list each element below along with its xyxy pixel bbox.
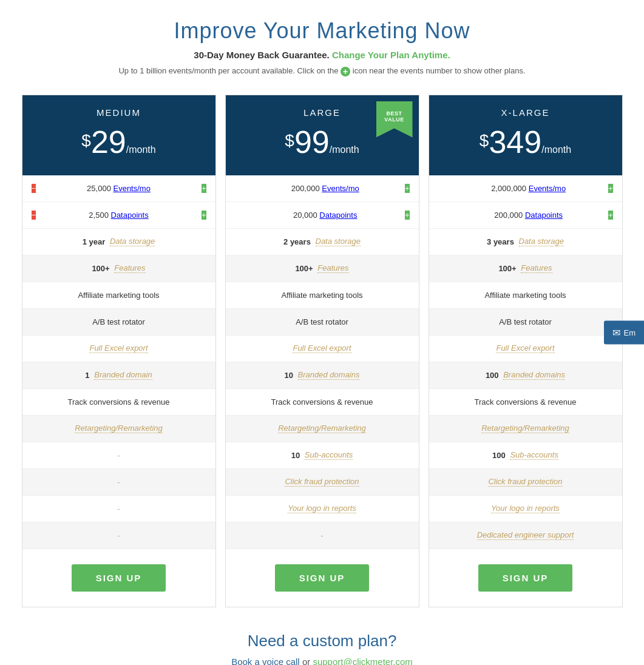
xlarge-excel-row: Full Excel export [429, 336, 622, 362]
medium-features-link[interactable]: Features [114, 263, 145, 273]
medium-storage-row: 1 year Data storage [22, 229, 215, 255]
xlarge-datapoints-row: 200,000 Datapoints + [429, 202, 622, 229]
large-events-link[interactable]: Events/mo [322, 184, 359, 193]
medium-events-link[interactable]: Events/mo [113, 184, 150, 193]
large-logo-link[interactable]: Your logo in reports [288, 504, 356, 513]
xlarge-storage-row: 3 years Data storage [429, 229, 622, 255]
xlarge-affiliate-row: Affiliate marketing tools [429, 282, 622, 309]
medium-excel-row: Full Excel export [22, 336, 215, 362]
plan-xlarge: X-LARGE $349/month 2,000,000 Events/mo +… [429, 95, 623, 607]
plan-xlarge-header: X-LARGE $349/month [429, 95, 622, 175]
xlarge-signup-button[interactable]: SIGN UP [478, 564, 573, 592]
medium-signup-button[interactable]: SIGN UP [72, 564, 166, 592]
plan-medium: MEDIUM $29/month − 25,000 Events/mo + − … [22, 95, 216, 607]
medium-retargeting-link[interactable]: Retargeting/Remarketing [75, 424, 163, 433]
large-subaccounts-row: 10 Sub-accounts [226, 442, 419, 469]
large-signup-button[interactable]: SIGN UP [275, 564, 370, 592]
large-logo-row: Your logo in reports [226, 496, 419, 522]
plans-container: MEDIUM $29/month − 25,000 Events/mo + − … [0, 95, 644, 607]
xlarge-dedicated-link[interactable]: Dedicated engineer support [477, 530, 574, 540]
medium-excel-link[interactable]: Full Excel export [89, 343, 147, 353]
medium-dedicated-row: - [22, 522, 215, 549]
voice-call-link[interactable]: Book a voice call [231, 657, 300, 665]
xlarge-events-increase[interactable]: + [608, 184, 613, 193]
xlarge-features-link[interactable]: Features [521, 263, 552, 273]
medium-branded-link[interactable]: Branded domain [94, 370, 152, 380]
large-affiliate-row: Affiliate marketing tools [226, 282, 419, 309]
guarantee-text: 30-Day Money Back Guarantee. Change Your… [12, 50, 632, 60]
xlarge-features-row: 100+ Features [429, 255, 622, 282]
large-datapoints-increase[interactable]: + [405, 211, 410, 220]
xlarge-abtest-row: A/B test rotator [429, 309, 622, 336]
xlarge-events-row: 2,000,000 Events/mo + [429, 175, 622, 202]
plan-medium-features: − 25,000 Events/mo + − 2,500 Datapoints … [22, 175, 215, 549]
email-icon: ✉ [612, 327, 620, 339]
custom-plan-section: Need a custom plan? Book a voice call or… [0, 607, 644, 665]
medium-datapoints-decrease[interactable]: − [32, 211, 36, 220]
plan-medium-name: MEDIUM [29, 107, 209, 118]
large-events-increase[interactable]: + [405, 184, 410, 193]
custom-plan-text: Book a voice call or support@clickmeter.… [12, 657, 632, 665]
email-widget[interactable]: ✉ Em [604, 321, 645, 345]
large-datapoints-link[interactable]: Datapoints [319, 211, 357, 220]
xlarge-events-link[interactable]: Events/mo [529, 184, 566, 193]
large-fraud-row: Click fraud protection [226, 469, 419, 496]
medium-datapoints-increase[interactable]: + [202, 211, 206, 220]
large-events-row: 200,000 Events/mo + [226, 175, 419, 202]
page-title: Improve Your Marketing Now [12, 18, 632, 44]
xlarge-datapoints-increase[interactable]: + [608, 211, 613, 220]
xlarge-fraud-link[interactable]: Click fraud protection [488, 477, 562, 487]
xlarge-dedicated-row: Dedicated engineer support [429, 522, 622, 549]
large-storage-link[interactable]: Data storage [316, 237, 361, 246]
plan-xlarge-price: $349/month [435, 124, 616, 160]
plan-medium-header: MEDIUM $29/month [22, 95, 215, 175]
xlarge-logo-link[interactable]: Your logo in reports [491, 504, 560, 513]
xlarge-signup-area: SIGN UP [429, 549, 622, 607]
xlarge-subaccounts-link[interactable]: Sub-accounts [510, 450, 558, 460]
xlarge-branded-row: 100 Branded domains [429, 362, 622, 389]
large-features-row: 100+ Features [226, 255, 419, 282]
large-excel-row: Full Excel export [226, 336, 419, 362]
large-subaccounts-link[interactable]: Sub-accounts [305, 450, 353, 460]
medium-storage-link[interactable]: Data storage [110, 237, 155, 246]
page-header: Improve Your Marketing Now 30-Day Money … [0, 0, 644, 89]
plan-large-features: 200,000 Events/mo + 20,000 Datapoints + … [226, 175, 419, 549]
xlarge-logo-row: Your logo in reports [429, 496, 622, 522]
large-excel-link[interactable]: Full Excel export [293, 343, 351, 353]
large-retargeting-row: Retargeting/Remarketing [226, 416, 419, 442]
support-email-link[interactable]: support@clickmeter.com [313, 657, 412, 665]
xlarge-excel-link[interactable]: Full Excel export [496, 343, 554, 353]
xlarge-track-row: Track conversions & revenue [429, 389, 622, 416]
large-abtest-row: A/B test rotator [226, 309, 419, 336]
medium-events-row: − 25,000 Events/mo + [22, 175, 215, 202]
large-track-row: Track conversions & revenue [226, 389, 419, 416]
medium-affiliate-row: Affiliate marketing tools [22, 282, 215, 309]
xlarge-branded-link[interactable]: Branded domains [503, 370, 565, 380]
change-plan-link[interactable]: Change Your Plan Anytime. [332, 50, 450, 60]
large-datapoints-row: 20,000 Datapoints + [226, 202, 419, 229]
xlarge-retargeting-link[interactable]: Retargeting/Remarketing [481, 424, 569, 433]
medium-features-row: 100+ Features [22, 255, 215, 282]
medium-signup-area: SIGN UP [22, 549, 215, 607]
large-retargeting-link[interactable]: Retargeting/Remarketing [278, 424, 366, 433]
xlarge-datapoints-link[interactable]: Datapoints [525, 211, 563, 220]
medium-events-increase[interactable]: + [202, 184, 206, 193]
medium-datapoints-row: − 2,500 Datapoints + [22, 202, 215, 229]
plus-icon: + [341, 67, 350, 76]
xlarge-subaccounts-row: 100 Sub-accounts [429, 442, 622, 469]
medium-datapoints-link[interactable]: Datapoints [111, 211, 149, 220]
medium-abtest-row: A/B test rotator [22, 309, 215, 336]
email-widget-label: Em [624, 328, 636, 337]
custom-plan-title: Need a custom plan? [12, 632, 632, 650]
medium-events-decrease[interactable]: − [32, 184, 36, 193]
plan-xlarge-features: 2,000,000 Events/mo + 200,000 Datapoints… [429, 175, 622, 549]
info-text: Up to 1 billion events/month per account… [12, 66, 632, 76]
large-signup-area: SIGN UP [226, 549, 419, 607]
xlarge-storage-link[interactable]: Data storage [519, 237, 564, 246]
large-branded-link[interactable]: Branded domains [298, 370, 360, 380]
large-branded-row: 10 Branded domains [226, 362, 419, 389]
medium-track-row: Track conversions & revenue [22, 389, 215, 416]
medium-subaccounts-row: - [22, 442, 215, 469]
large-fraud-link[interactable]: Click fraud protection [285, 477, 359, 487]
large-features-link[interactable]: Features [317, 263, 348, 273]
